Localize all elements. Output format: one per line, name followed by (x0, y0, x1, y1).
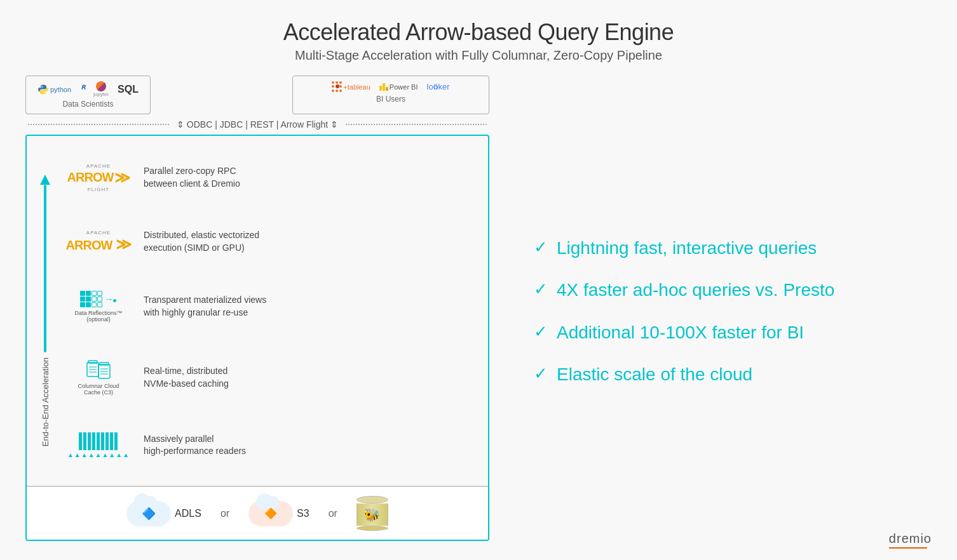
feature-data-reflections: → Data Reflections™(optional) Transparen… (64, 287, 479, 326)
arrow-waves-icon-2: ≫ (116, 236, 131, 253)
main-title: Accelerated Arrow-based Query Engine (283, 19, 674, 46)
arrow-flight-icon-col: APACHE ARROW ≫ FLIGHT (64, 163, 133, 192)
end-to-end-label: End-to-End Acceleration (41, 357, 50, 446)
data-reflections-label: Data Reflections™(optional) (74, 310, 122, 323)
powerbi-bars-icon (379, 83, 388, 91)
dremio-branding: dremio (889, 531, 932, 549)
feature-parallel-readers: ▲▲▲▲▲▲▲▲▲ Massively parallelhigh-perform… (64, 429, 479, 462)
arrow-vectorized-icon-col: APACHE ARROW ≫ (64, 230, 133, 253)
apache-label-2: APACHE (86, 230, 111, 236)
dots-right (346, 124, 487, 125)
vertical-label-col: End-to-End Acceleration (27, 145, 58, 477)
bullet-text-3: Additional 10-100X faster for BI (557, 321, 804, 344)
hive-cylinder-icon: 🐝 (356, 496, 388, 531)
s3-cloud-icon: 🔶 (248, 501, 293, 526)
feature-c3: Columnar CloudCache (C3) Real-time, dist… (64, 356, 479, 399)
check-2: ✓ (534, 279, 548, 300)
hive-item: 🐝 (356, 496, 388, 531)
data-scientists-box: python ᴿ jupyter SQL Data Scientists (25, 76, 151, 114)
adls-icon: 🔷 (142, 507, 156, 521)
adls-label: ADLS (175, 508, 201, 519)
flight-label: FLIGHT (88, 187, 109, 192)
bullet-text-2: 4X faster ad-hoc queries vs. Presto (557, 279, 834, 302)
engine-box: End-to-End Acceleration APACHE ARROW ≫ (25, 135, 489, 541)
s3-icon: 🔶 (264, 507, 277, 519)
jupyter-icon (96, 81, 106, 91)
check-1: ✓ (534, 237, 548, 258)
features-col: APACHE ARROW ≫ FLIGHT Parallel zero-copy… (58, 145, 479, 477)
c3-icon-col: Columnar CloudCache (C3) (64, 359, 133, 396)
check-4: ✓ (534, 363, 548, 385)
ds-icons: python ᴿ jupyter SQL (37, 81, 139, 97)
data-reflections-desc: Transparent materialized viewswith highl… (144, 294, 479, 319)
bullet-4: ✓ Elastic scale of the cloud (534, 363, 919, 386)
storage-box: 🔷 ADLS or 🔶 S3 or (27, 486, 488, 540)
sql-label: SQL (118, 84, 139, 95)
data-scientists-label: Data Scientists (62, 100, 113, 109)
content-area: python ᴿ jupyter SQL Data Scientists (25, 76, 932, 547)
sub-title: Multi-Stage Acceleration with Fully Colu… (283, 48, 674, 63)
c3-label: Columnar CloudCache (C3) (78, 383, 119, 396)
tableau-logo: +tableau (332, 81, 370, 92)
parallel-readers-icon: ▲▲▲▲▲▲▲▲▲ (67, 432, 130, 458)
arrow-logo: ARROW ≫ (67, 169, 130, 187)
parallel-readers-icon-col: ▲▲▲▲▲▲▲▲▲ (64, 432, 133, 458)
bi-users-label: BI Users (376, 95, 405, 103)
c3-svg-icon (86, 359, 111, 382)
odbc-label: ⇕ ODBC | JDBC | REST | Arrow Flight ⇕ (177, 119, 338, 130)
or-text-1: or (221, 508, 229, 519)
python-icon (37, 84, 49, 95)
looker-logo: loöker (427, 82, 450, 91)
data-reflections-icon-col: → Data Reflections™(optional) (64, 291, 133, 323)
vertical-arrow-icon (41, 175, 50, 352)
feature-arrow-vectorized: APACHE ARROW ≫ Distributed, elastic vect… (64, 225, 479, 258)
or-text-2: or (329, 508, 337, 519)
bullet-3: ✓ Additional 10-100X faster for BI (534, 321, 919, 344)
powerbi-logo: Power BI (379, 83, 418, 91)
hive-icon: 🐝 (364, 507, 380, 523)
triangle-row: ▲▲▲▲▲▲▲▲▲ (67, 451, 130, 458)
bi-icons: +tableau Power BI loöker (332, 81, 449, 92)
bullet-text-4: Elastic scale of the cloud (557, 363, 752, 386)
adls-item: 🔷 ADLS (126, 501, 201, 526)
s3-label: S3 (297, 508, 309, 519)
odbc-row: ⇕ ODBC | JDBC | REST | Arrow Flight ⇕ (25, 119, 489, 130)
svg-point-1 (44, 91, 45, 93)
reflect-arrow: → (104, 294, 116, 304)
dremio-name: dremio (889, 531, 932, 546)
check-3: ✓ (534, 321, 548, 343)
c3-squares-icon (86, 359, 111, 382)
feature-arrow-flight: APACHE ARROW ≫ FLIGHT Parallel zero-copy… (64, 159, 479, 196)
connectors-row: python ᴿ jupyter SQL Data Scientists (25, 76, 489, 114)
arrow-flight-desc: Parallel zero-copy RPCbetween client & D… (144, 165, 479, 190)
parallel-bars-icon (79, 432, 118, 450)
connector-spacer (163, 76, 280, 114)
tableau-dots-icon (332, 81, 342, 92)
svg-rect-3 (88, 361, 97, 363)
arrow-waves-icon: ≫ (114, 169, 130, 187)
c3-icon: Columnar CloudCache (C3) (78, 359, 119, 396)
dots-left (28, 124, 169, 125)
bi-users-box: +tableau Power BI loöker (292, 76, 489, 114)
engine-inner: End-to-End Acceleration APACHE ARROW ≫ (27, 136, 488, 486)
parallel-readers-desc: Massively parallelhigh-performance reade… (144, 433, 479, 458)
adls-cloud-icon: 🔷 (126, 501, 171, 526)
grid-icon (80, 291, 102, 307)
page-header: Accelerated Arrow-based Query Engine Mul… (283, 19, 674, 63)
bullet-text-1: Lightning fast, interactive queries (557, 237, 817, 260)
arrow-logo-2: ARROW ≫ (66, 236, 132, 253)
data-reflections-icon: → Data Reflections™(optional) (74, 291, 122, 323)
s3-item: 🔶 S3 (248, 501, 309, 526)
left-panel: python ᴿ jupyter SQL Data Scientists (25, 76, 489, 547)
dremio-underline (889, 547, 927, 549)
arrow-shaft (44, 185, 46, 352)
arrow-vectorized-icon: APACHE ARROW ≫ (66, 230, 132, 253)
arrow-vectorized-desc: Distributed, elastic vectorizedexecution… (144, 229, 479, 254)
bullet-2: ✓ 4X faster ad-hoc queries vs. Presto (534, 279, 919, 302)
bullet-1: ✓ Lightning fast, interactive queries (534, 237, 919, 260)
arrow-head (40, 175, 50, 185)
arrow-flight-icon: APACHE ARROW ≫ FLIGHT (67, 163, 130, 192)
jupyter-logo: jupyter (93, 81, 109, 97)
svg-point-0 (41, 86, 43, 87)
data-reflections-grid-row: → (80, 291, 116, 307)
